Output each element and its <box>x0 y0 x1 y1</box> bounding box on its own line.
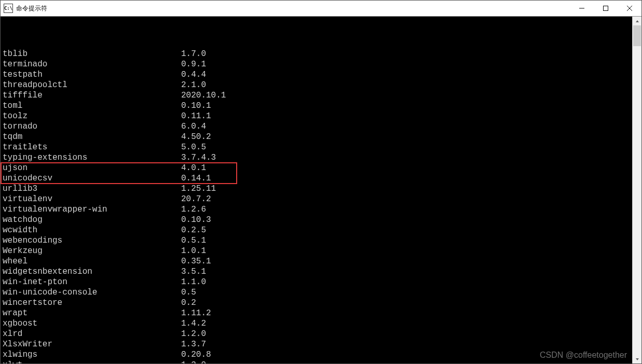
package-version: 1.25.11 <box>181 184 216 194</box>
package-row: wrapt1.11.2 <box>3 308 630 318</box>
package-row: urllib31.25.11 <box>3 184 630 194</box>
package-version: 6.0.4 <box>181 121 206 132</box>
scroll-up-button[interactable] <box>633 17 641 25</box>
package-name: wincertstore <box>3 298 181 308</box>
package-version: 0.20.8 <box>181 349 211 360</box>
package-row: widgetsnbextension3.5.1 <box>3 267 630 277</box>
package-version: 0.10.3 <box>181 215 211 225</box>
package-row: XlsxWriter1.3.7 <box>3 339 630 349</box>
package-row: xlwings0.20.8 <box>3 349 630 360</box>
window-title: 命令提示符 <box>16 4 47 13</box>
package-version: 0.10.1 <box>181 101 211 111</box>
package-name: win-inet-pton <box>3 277 181 287</box>
package-row: tifffile2020.10.1 <box>3 90 630 101</box>
package-name: xgboost <box>3 318 181 329</box>
package-row: wcwidth0.2.5 <box>3 225 630 235</box>
package-name: webencodings <box>3 235 181 246</box>
package-row: xlwt1.3.0 <box>3 360 630 363</box>
package-version: 3.5.1 <box>181 267 206 277</box>
scroll-thumb[interactable] <box>633 25 641 46</box>
package-version: 0.11.1 <box>181 111 211 121</box>
scroll-down-button[interactable] <box>633 355 641 363</box>
package-name: virtualenv <box>3 194 181 204</box>
package-name: wcwidth <box>3 225 181 235</box>
package-name: watchdog <box>3 215 181 225</box>
package-version: 1.7.0 <box>181 49 206 59</box>
package-version: 4.50.2 <box>181 132 211 142</box>
package-name: virtualenvwrapper-win <box>3 204 181 215</box>
package-version: 1.1.0 <box>181 277 206 287</box>
scroll-track[interactable] <box>633 25 641 355</box>
package-version: 1.3.0 <box>181 360 206 363</box>
vertical-scrollbar[interactable] <box>632 17 641 363</box>
package-row: win-inet-pton1.1.0 <box>3 277 630 287</box>
package-row: xgboost1.4.2 <box>3 318 630 329</box>
package-row: webencodings0.5.1 <box>3 235 630 246</box>
package-version: 1.3.7 <box>181 339 206 349</box>
close-button[interactable] <box>618 1 641 16</box>
package-name: xlrd <box>3 329 181 339</box>
package-name: tornado <box>3 121 181 132</box>
package-name: testpath <box>3 69 181 80</box>
svg-rect-0 <box>604 6 608 11</box>
package-row: virtualenv20.7.2 <box>3 194 630 204</box>
terminal-output[interactable]: tblib1.7.0terminado0.9.1testpath0.4.4thr… <box>1 17 632 363</box>
package-version: 0.2 <box>181 298 196 308</box>
package-name: wheel <box>3 256 181 267</box>
package-version: 3.7.4.3 <box>181 152 216 163</box>
package-row: traitlets5.0.5 <box>3 142 630 152</box>
package-name: terminado <box>3 59 181 69</box>
package-row: testpath0.4.4 <box>3 69 630 80</box>
package-version: 5.0.5 <box>181 142 206 152</box>
package-version: 2.1.0 <box>181 80 206 90</box>
package-version: 20.7.2 <box>181 194 211 204</box>
titlebar[interactable]: C:\ 命令提示符 <box>1 1 641 17</box>
package-name: win-unicode-console <box>3 287 181 298</box>
package-name: typing-extensions <box>3 152 181 163</box>
package-version: 1.2.6 <box>181 204 206 215</box>
package-version: 0.5.1 <box>181 235 206 246</box>
package-row: xlrd1.2.0 <box>3 329 630 339</box>
package-row: tornado6.0.4 <box>3 121 630 132</box>
package-version: 1.0.1 <box>181 246 206 256</box>
package-name: toml <box>3 101 181 111</box>
package-name: tblib <box>3 49 181 59</box>
minimize-button[interactable] <box>570 1 594 16</box>
package-version: 1.2.0 <box>181 329 206 339</box>
package-row: tqdm4.50.2 <box>3 132 630 142</box>
package-row: toml0.10.1 <box>3 101 630 111</box>
package-row: watchdog0.10.3 <box>3 215 630 225</box>
package-row: toolz0.11.1 <box>3 111 630 121</box>
package-name: ujson <box>3 163 181 173</box>
package-row: threadpoolctl2.1.0 <box>3 80 630 90</box>
package-name: xlwt <box>3 360 181 363</box>
package-row: unicodecsv0.14.1 <box>3 173 630 184</box>
package-name: toolz <box>3 111 181 121</box>
package-name: XlsxWriter <box>3 339 181 349</box>
package-name: tqdm <box>3 132 181 142</box>
package-name: tifffile <box>3 90 181 101</box>
maximize-button[interactable] <box>594 1 618 16</box>
package-version: 4.0.1 <box>181 163 206 173</box>
package-row: wincertstore0.2 <box>3 298 630 308</box>
package-row: wheel0.35.1 <box>3 256 630 267</box>
package-row: tblib1.7.0 <box>3 49 630 59</box>
package-row: Werkzeug1.0.1 <box>3 246 630 256</box>
package-row: ujson4.0.1 <box>3 163 630 173</box>
package-name: traitlets <box>3 142 181 152</box>
package-version: 2020.10.1 <box>181 90 226 101</box>
package-version: 0.5 <box>181 287 196 298</box>
cmd-window: C:\ 命令提示符 tblib1.7.0terminado0.9.1testpa… <box>0 0 642 364</box>
package-version: 0.9.1 <box>181 59 206 69</box>
package-name: Werkzeug <box>3 246 181 256</box>
package-row: win-unicode-console0.5 <box>3 287 630 298</box>
package-version: 0.14.1 <box>181 173 211 184</box>
package-row: virtualenvwrapper-win1.2.6 <box>3 204 630 215</box>
package-version: 1.4.2 <box>181 318 206 329</box>
package-name: xlwings <box>3 349 181 360</box>
cmd-icon: C:\ <box>4 4 13 13</box>
package-version: 1.11.2 <box>181 308 211 318</box>
package-name: widgetsnbextension <box>3 267 181 277</box>
client-area: tblib1.7.0terminado0.9.1testpath0.4.4thr… <box>1 17 641 363</box>
package-name: urllib3 <box>3 184 181 194</box>
